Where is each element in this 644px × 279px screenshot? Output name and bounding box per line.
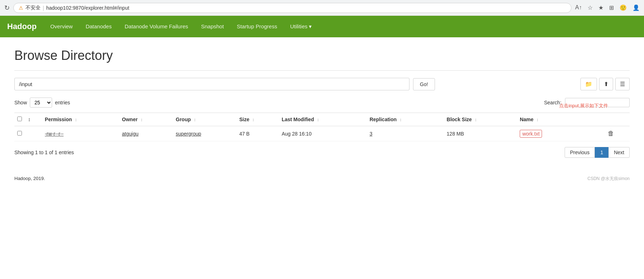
folder-icon-button[interactable]: 📁 <box>580 78 597 90</box>
navbar: Hadoop Overview Datanodes Datanode Volum… <box>0 16 644 37</box>
go-button[interactable]: Go! <box>413 78 435 90</box>
page-1-button[interactable]: 1 <box>595 147 608 158</box>
nav-utilities[interactable]: Utilities ▾ <box>284 16 318 37</box>
table-wrapper: 点击input,展示如下文件 ↕ Permission ↕ Owner <box>14 113 630 141</box>
previous-button[interactable]: Previous <box>565 147 595 158</box>
browser-action-icons: A↑ ☆ ★ ⊞ 🙂 👤 <box>575 4 640 11</box>
page-footer: Hadoop, 2019. CSDN @水无痕simon <box>0 169 644 185</box>
header-size[interactable]: Size ↕ <box>236 113 279 126</box>
address-bar[interactable]: ⚠ 不安全 | hadoop102:9870/explorer.html#/in… <box>13 3 571 13</box>
show-entries-row: Show 10 25 50 100 entries Search: <box>14 98 630 108</box>
upload-icon: ⬆ <box>604 81 608 87</box>
showing-text: Showing 1 to 1 of 1 entries <box>14 150 74 155</box>
size-sort-icon: ↕ <box>252 117 254 122</box>
entries-label: entries <box>55 100 70 105</box>
collections-icon[interactable]: ⊞ <box>609 4 614 11</box>
next-button[interactable]: Next <box>608 147 630 158</box>
file-name-link[interactable]: work.txt <box>520 130 542 138</box>
row-owner: atguigu <box>119 126 173 141</box>
browser-chrome: ↻ ⚠ 不安全 | hadoop102:9870/explorer.html#/… <box>0 0 644 16</box>
show-entries-left: Show 10 25 50 100 entries <box>14 98 70 108</box>
security-label: 不安全 <box>26 5 41 11</box>
delete-icon[interactable]: 🗑 <box>608 130 614 137</box>
upload-icon-button[interactable]: ⬆ <box>599 78 613 90</box>
group-sort-icon: ↕ <box>194 117 196 122</box>
header-permission[interactable]: Permission ↕ <box>42 113 119 126</box>
table-row: -rw-r--r-- atguigu supergroup 47 B Aug 2… <box>14 126 630 141</box>
row-last-modified: Aug 28 16:10 <box>279 126 367 141</box>
group-link[interactable]: supergroup <box>176 131 201 137</box>
owner-sort-icon: ↕ <box>140 117 143 122</box>
search-label: Search: <box>544 100 561 105</box>
row-size: 47 B <box>236 126 279 141</box>
extensions-icon[interactable]: 🙂 <box>620 4 627 11</box>
copyright-text: Hadoop, 2019. <box>14 176 45 182</box>
warning-icon: ⚠ <box>19 5 23 11</box>
header-sort[interactable]: ↕ <box>25 113 42 126</box>
folder-icon: 📁 <box>585 81 592 87</box>
show-label: Show <box>14 100 27 105</box>
path-bar: Go! 📁 ⬆ ☰ <box>14 78 630 90</box>
bookmark-add-icon[interactable]: ☆ <box>588 4 593 11</box>
annotation-text: 点击input,展示如下文件 <box>559 103 608 109</box>
permission-sort-icon: ↕ <box>75 117 77 122</box>
font-size-icon[interactable]: A↑ <box>575 4 582 11</box>
row-checkbox-cell <box>14 126 25 141</box>
path-input[interactable] <box>14 78 409 90</box>
header-checkbox-col <box>14 113 25 126</box>
header-last-modified[interactable]: Last Modified ↕ <box>279 113 367 126</box>
row-delete: 🗑 <box>605 126 630 141</box>
url-text: hadoop102:9870/explorer.html#/input <box>46 5 129 11</box>
last-modified-sort-icon: ↕ <box>317 117 319 122</box>
replication-sort-icon: ↕ <box>399 117 402 122</box>
table-body: -rw-r--r-- atguigu supergroup 47 B Aug 2… <box>14 126 630 141</box>
nav-datanodes[interactable]: Datanodes <box>79 16 118 37</box>
header-owner[interactable]: Owner ↕ <box>119 113 173 126</box>
row-name: work.txt <box>517 126 605 141</box>
navbar-items: Overview Datanodes Datanode Volume Failu… <box>44 16 318 37</box>
page-title: Browse Directory <box>14 48 630 63</box>
table-header: ↕ Permission ↕ Owner ↕ Group ↕ <box>14 113 630 126</box>
nav-startup-progress[interactable]: Startup Progress <box>230 16 284 37</box>
file-table: ↕ Permission ↕ Owner ↕ Group ↕ <box>14 113 630 141</box>
row-sort-cell <box>25 126 42 141</box>
action-icon-buttons: 📁 ⬆ ☰ <box>580 78 630 90</box>
row-replication: 3 <box>367 126 444 141</box>
section-divider <box>14 70 630 71</box>
profile-icon[interactable]: 👤 <box>633 4 640 11</box>
list-icon: ☰ <box>620 81 625 87</box>
main-content: Browse Directory Go! 📁 ⬆ ☰ Show 10 25 50… <box>0 37 644 169</box>
entries-select[interactable]: 10 25 50 100 <box>30 98 52 108</box>
pagination: Previous 1 Next <box>565 147 630 158</box>
name-sort-icon: ↕ <box>536 117 538 122</box>
list-icon-button[interactable]: ☰ <box>615 78 630 90</box>
nav-overview[interactable]: Overview <box>44 16 79 37</box>
header-block-size[interactable]: Block Size ↕ <box>444 113 517 126</box>
row-checkbox[interactable] <box>17 131 22 136</box>
replication-link[interactable]: 3 <box>370 131 372 137</box>
header-replication[interactable]: Replication ↕ <box>367 113 444 126</box>
row-permission: -rw-r--r-- <box>42 126 119 141</box>
favorites-icon[interactable]: ★ <box>598 4 603 11</box>
header-name[interactable]: Name ↕ <box>517 113 605 126</box>
header-actions <box>605 113 630 126</box>
permission-link[interactable]: -rw-r--r-- <box>45 131 64 137</box>
nav-snapshot[interactable]: Snapshot <box>195 16 230 37</box>
navbar-brand[interactable]: Hadoop <box>7 22 37 31</box>
csdn-credit: CSDN @水无痕simon <box>587 176 630 182</box>
chevron-down-icon: ▾ <box>309 16 312 37</box>
utilities-dropdown-label: Utilities ▾ <box>290 16 312 37</box>
table-footer: Showing 1 to 1 of 1 entries Previous 1 N… <box>14 147 630 158</box>
select-all-checkbox[interactable] <box>17 117 22 121</box>
header-group[interactable]: Group ↕ <box>173 113 236 126</box>
owner-link[interactable]: atguigu <box>122 131 139 137</box>
refresh-icon[interactable]: ↻ <box>4 4 10 12</box>
row-block-size: 128 MB <box>444 126 517 141</box>
nav-datanode-volume-failures[interactable]: Datanode Volume Failures <box>118 16 195 37</box>
divider: | <box>43 5 44 11</box>
block-size-sort-icon: ↕ <box>474 117 477 122</box>
sort-arrows-icon: ↕ <box>28 117 31 122</box>
row-group: supergroup <box>173 126 236 141</box>
